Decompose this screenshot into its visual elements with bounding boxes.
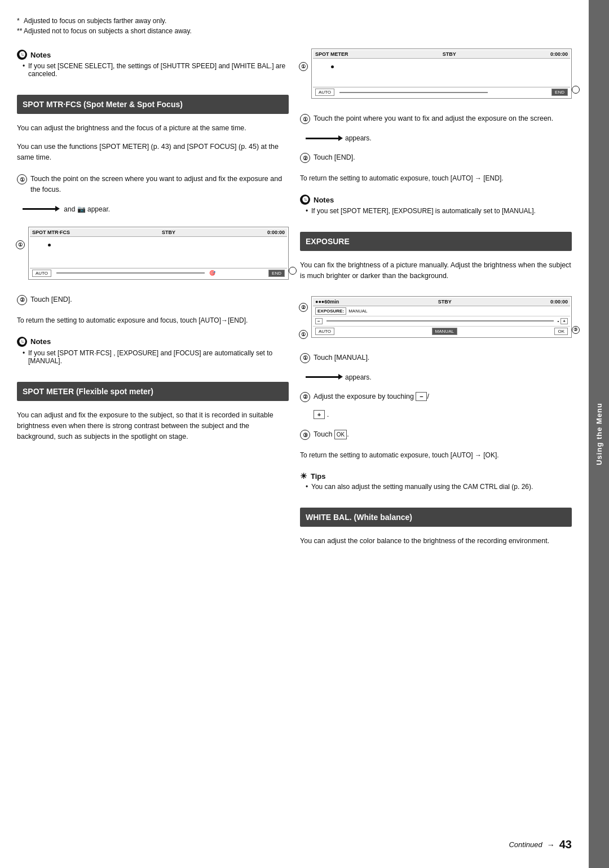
notes-header-r: 🅝 Notes: [300, 195, 572, 205]
step-exp2: ② Adjust the exposure by touching −/: [300, 391, 572, 402]
tips-block: ☀ Tips You can also adjust the setting m…: [300, 472, 572, 493]
spot-mtr-body1: You can adjust the brightness and the fo…: [17, 123, 289, 134]
step-r2: ② Touch [END].: [300, 152, 572, 163]
screen-end-label-2: ②: [572, 86, 580, 94]
screen-time-exp: 0:00:00: [550, 299, 568, 305]
screen-end-text-1: END: [272, 271, 281, 276]
spot-meter-body1: You can adjust and fix the exposure to t…: [17, 410, 289, 442]
screen-plus[interactable]: +: [561, 318, 568, 324]
minus-btn-inline[interactable]: −: [416, 392, 427, 401]
screen-slider-area-1: 🎯: [51, 270, 268, 276]
section-spot-mtr-fcs: SPOT MTR·FCS (Spot Meter & Spot Focus): [17, 95, 289, 114]
note-item-r-1: If you set [SPOT METER], [EXPOSURE] is a…: [306, 207, 572, 215]
asterisk-note-2: ** Adjusted not to focus on subjects a s…: [17, 27, 572, 35]
screen-mockup-exp: ●●●60min STBY 0:00:00 EXPOSURE: MANUAL −…: [311, 296, 572, 338]
return-text-mtr: To return the setting to automatic expos…: [17, 316, 289, 324]
screen-ok-exp-wrap: OK ③: [554, 328, 568, 335]
asterisk-1: *: [17, 17, 20, 25]
page-number: 43: [559, 838, 572, 851]
exp-return-text: To return the setting to automatic expos…: [300, 451, 499, 459]
exp-step2-text: Adjust the exposure by touching: [314, 393, 414, 400]
section-spot-meter: SPOT METER (Flexible spot meter): [17, 382, 289, 401]
notes-icon-2: 🅝: [17, 337, 27, 347]
step-num-r2: ②: [300, 153, 310, 163]
screen-top-2: SPOT METER STBY 0:00:00: [313, 50, 570, 59]
notes-header-1: 🅝 Notes: [17, 50, 289, 60]
return-text-r: To return the setting to automatic expos…: [300, 174, 572, 182]
side-tab: Using the Menu: [589, 0, 609, 868]
screen-stby-1: STBY: [162, 230, 175, 235]
note-text-2: Adjusted not to focus on subjects a shor…: [24, 27, 192, 35]
appears-text-r: appears.: [345, 134, 372, 142]
notes-icon-1: 🅝: [17, 50, 27, 60]
screen-body-1: [30, 237, 287, 268]
screen-top-1: SPOT MTR·FCS STBY 0:00:00: [30, 228, 287, 237]
return-text-exp: To return the setting to automatic expos…: [300, 451, 572, 459]
screen-label-r1: ①: [299, 62, 308, 71]
right-column: ① SPOT METER STBY 0:00:00 AUTO: [300, 45, 572, 832]
screen-stby-2: STBY: [443, 51, 456, 57]
screen-focus-icon-1: 🎯: [209, 270, 215, 276]
note-text-1: Adjusted to focus on subjects farther aw…: [24, 17, 166, 25]
continued-text: Continued: [509, 840, 542, 849]
screen-bottom-1: AUTO 🎯 END ②: [30, 268, 287, 278]
step-text-mtr-2: Touch [END].: [30, 294, 72, 305]
screen-slider-row: − • +: [313, 316, 570, 326]
step-text-exp2: Adjust the exposure by touching −/: [314, 391, 429, 402]
arrow-appear: and 📷 appear.: [23, 205, 289, 213]
notes-block-r: 🅝 Notes If you set [SPOT METER], [EXPOSU…: [300, 195, 572, 217]
screen-manual-exp[interactable]: MANUAL: [432, 328, 457, 335]
notes-icon-r: 🅝: [300, 195, 310, 205]
arrow-bar-r: [306, 138, 339, 139]
step-text-r2: Touch [END].: [314, 152, 355, 163]
screen-dot-2: [331, 65, 334, 68]
plus-btn-inline[interactable]: +: [314, 410, 325, 419]
asterisk-2: **: [17, 27, 22, 35]
screen-btn-row: AUTO MANUAL OK ③: [313, 326, 570, 336]
screen-minus[interactable]: −: [315, 318, 323, 324]
arrow-bar-1: [23, 208, 56, 210]
exp-manual: MANUAL: [348, 309, 367, 314]
tips-header: ☀ Tips: [300, 472, 572, 481]
spot-mtr-body2: You can use the functions [SPOT METER] (…: [17, 142, 289, 163]
page-container: * Adjusted to focus on subjects farther …: [0, 0, 609, 868]
arrow-appear-r: appears.: [306, 134, 572, 142]
note-item-2-1: If you set [SPOT MTR·FCS] , [EXPOSURE] a…: [23, 349, 289, 365]
notes-title-2: Notes: [30, 337, 51, 346]
screen-title-2: SPOT METER: [315, 51, 348, 57]
side-tab-text: Using the Menu: [595, 403, 603, 465]
exp-label: EXPOSURE:: [315, 307, 346, 315]
and-appear-text: and 📷 appear.: [62, 205, 110, 213]
screen-slider-1: [56, 272, 205, 274]
exposure-body1: You can fix the brightness of a picture …: [300, 260, 572, 281]
step-num-r1: ①: [300, 114, 310, 124]
step-num-exp1: ①: [300, 353, 310, 363]
notes-title-1: Notes: [30, 51, 51, 59]
screen-battery-exp: ●●●60min: [315, 299, 339, 305]
screen-ok-exp[interactable]: OK: [558, 329, 564, 334]
screen-slider-area-2: [334, 92, 551, 93]
screen-auto-exp[interactable]: AUTO: [315, 328, 334, 335]
screen-end-2: END ②: [551, 89, 568, 96]
step-exp3: ③ Touch OK.: [300, 429, 572, 440]
continued-arrow: →: [547, 840, 555, 849]
notes-list-1: If you set [SCENE SELECT], the settings …: [17, 62, 289, 78]
exp-appears: appears.: [345, 373, 372, 381]
screen-label-exp2: ②: [299, 303, 308, 312]
screen-end-text-2: END: [555, 90, 564, 95]
notes-block-1: 🅝 Notes If you set [SCENE SELECT], the s…: [17, 50, 289, 80]
screen-time-1: 0:00:00: [267, 230, 285, 235]
ok-inline: OK: [334, 430, 347, 439]
screen-auto-2: AUTO: [315, 89, 334, 96]
screen-end-1: END ②: [268, 270, 285, 277]
tips-icon: ☀: [300, 472, 307, 481]
step-mtr-1: ① Touch the point on the screen where yo…: [17, 174, 289, 195]
page-footer: Continued → 43: [17, 832, 572, 851]
screen-ok-label: ③: [572, 326, 580, 334]
tips-list: You can also adjust the setting manually…: [300, 483, 572, 491]
screen-mockup-1: SPOT MTR·FCS STBY 0:00:00 AUTO 🎯: [28, 227, 289, 280]
screen-wrapper-1: ① SPOT MTR·FCS STBY 0:00:00 AUTO: [28, 223, 289, 283]
step-exp1: ① Touch [MANUAL].: [300, 353, 572, 363]
screen-body-2: [313, 59, 570, 87]
screen-label-1: ①: [16, 240, 25, 249]
